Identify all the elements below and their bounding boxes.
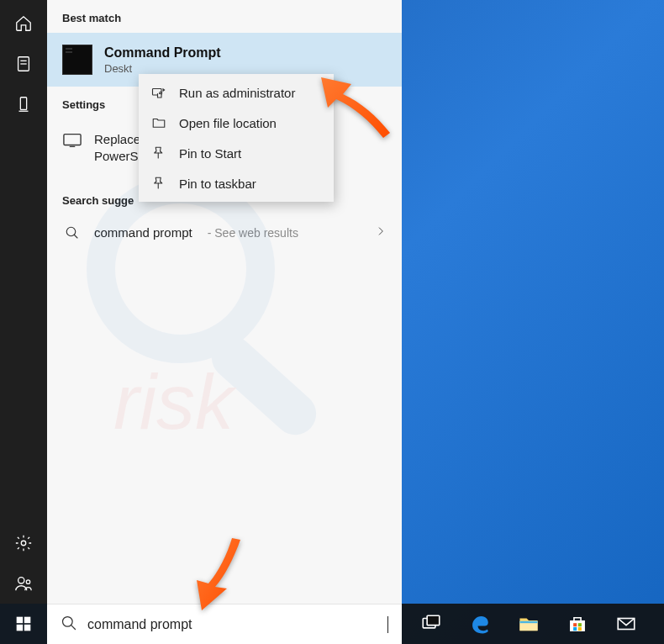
folder-open-icon: [150, 115, 167, 130]
best-match-label: Best match: [47, 0, 402, 33]
ctx-pin-to-taskbar[interactable]: Pin to taskbar: [139, 168, 334, 198]
svg-rect-28: [573, 623, 577, 626]
svg-point-9: [18, 578, 24, 583]
text-cursor: [387, 616, 388, 633]
svg-rect-27: [519, 621, 537, 623]
search-box[interactable]: [47, 604, 402, 644]
svg-rect-6: [20, 98, 26, 110]
taskbar-pins: [408, 604, 649, 644]
svg-rect-30: [573, 627, 577, 631]
search-input[interactable]: [87, 617, 382, 632]
account-icon[interactable]: [0, 563, 47, 604]
ctx-run-as-administrator[interactable]: Run as administrator: [139, 77, 334, 108]
file-explorer-icon[interactable]: [506, 604, 551, 644]
svg-line-14: [74, 235, 77, 238]
suggestion-hint: - See web results: [208, 226, 298, 240]
ctx-item-label: Run as administrator: [179, 86, 295, 100]
svg-point-8: [21, 541, 26, 546]
mail-icon[interactable]: [603, 604, 649, 644]
svg-rect-22: [17, 625, 24, 631]
start-button[interactable]: [0, 604, 47, 644]
svg-point-18: [63, 616, 73, 626]
context-menu: Run as administrator Open file location …: [139, 74, 334, 202]
search-icon: [61, 615, 77, 635]
command-prompt-icon: [62, 45, 92, 75]
home-icon[interactable]: [0, 3, 47, 44]
documents-icon[interactable]: [0, 44, 47, 84]
best-match-subtitle: Deskt: [104, 62, 221, 75]
svg-rect-21: [24, 617, 31, 624]
edge-browser-icon[interactable]: [457, 604, 503, 644]
svg-rect-31: [578, 627, 582, 631]
ctx-item-label: Pin to taskbar: [179, 177, 256, 191]
svg-rect-23: [24, 625, 31, 631]
ctx-pin-to-start[interactable]: Pin to Start: [139, 138, 334, 168]
ctx-open-file-location[interactable]: Open file location: [139, 108, 334, 138]
suggestion-text: command prompt: [94, 225, 192, 240]
pin-icon: [150, 176, 167, 191]
pin-icon: [150, 145, 167, 161]
svg-rect-29: [578, 623, 582, 626]
svg-rect-11: [64, 135, 81, 145]
microsoft-store-icon[interactable]: [555, 604, 600, 644]
svg-point-10: [26, 580, 29, 583]
cortana-nav-rail: [0, 0, 47, 604]
svg-rect-25: [427, 615, 440, 625]
ctx-item-label: Pin to Start: [179, 146, 241, 161]
task-view-button[interactable]: [408, 604, 454, 644]
tablet-icon: [62, 131, 82, 148]
settings-gear-icon[interactable]: [0, 523, 47, 563]
svg-line-19: [71, 625, 76, 629]
ctx-item-label: Open file location: [179, 116, 277, 130]
this-pc-icon[interactable]: [0, 84, 47, 124]
chevron-right-icon: [375, 225, 387, 240]
admin-shield-icon: [150, 85, 167, 100]
web-suggestion[interactable]: command prompt - See web results: [47, 215, 402, 251]
best-match-title: Command Prompt: [104, 45, 221, 61]
search-icon: [62, 225, 82, 240]
svg-rect-20: [17, 617, 24, 624]
